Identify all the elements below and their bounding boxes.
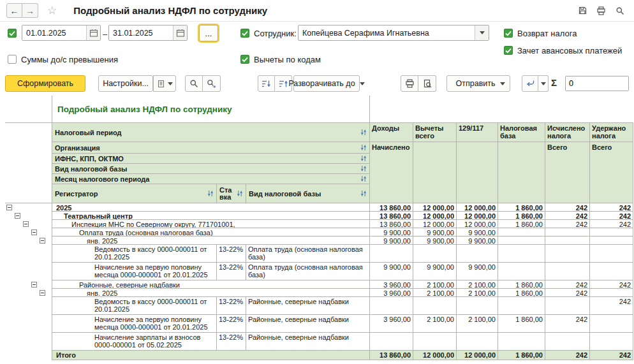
deduction-codes-checkbox[interactable]: [240, 55, 249, 64]
save-icon[interactable]: [575, 4, 591, 18]
row-label[interactable]: Районные, северные надбавки: [52, 280, 370, 289]
forward-button[interactable]: →: [22, 3, 38, 18]
expander-icon[interactable]: [40, 290, 45, 296]
cell-value[interactable]: 2 100,00: [413, 289, 457, 297]
period-checkbox[interactable]: [8, 29, 17, 38]
sort-icon[interactable]: [360, 155, 367, 162]
cell-value[interactable]: [590, 333, 633, 351]
cell-value[interactable]: [498, 228, 545, 237]
row-label[interactable]: Театральный центр: [52, 212, 370, 220]
sort-icon[interactable]: [360, 175, 367, 182]
cell-value[interactable]: [545, 297, 590, 315]
cell-value[interactable]: 9 900,00: [370, 263, 413, 280]
cell-value[interactable]: [498, 333, 545, 351]
cell-value[interactable]: 242: [545, 351, 590, 360]
favorite-star-icon[interactable]: ☆: [47, 5, 57, 16]
cell-value[interactable]: 2 100,00: [413, 315, 457, 333]
cell-value[interactable]: 3 960,00: [370, 315, 413, 333]
cell-value[interactable]: 9 900,00: [457, 263, 498, 280]
date-from-input[interactable]: [22, 25, 86, 40]
sort-icon[interactable]: [360, 190, 367, 197]
row-label[interactable]: Ведомость в кассу 0000-000011 от 20.01.2…: [52, 245, 217, 263]
cell-value[interactable]: 242: [590, 297, 633, 315]
cell-value[interactable]: 1 860,00: [498, 289, 545, 297]
employee-dropdown-button[interactable]: [475, 25, 489, 40]
cell-value[interactable]: [545, 237, 590, 245]
row-label[interactable]: Начисление зарплаты и взносов 0000-00000…: [52, 333, 217, 351]
cell-value[interactable]: [545, 228, 590, 237]
cell-value[interactable]: [545, 245, 590, 263]
cell-value[interactable]: 242: [590, 280, 633, 289]
cell-value[interactable]: [413, 333, 457, 351]
cell-value[interactable]: 242: [545, 212, 590, 220]
cell-value[interactable]: [545, 263, 590, 280]
cell-value[interactable]: 2 100,00: [413, 280, 457, 289]
row-label[interactable]: Инспекция МНС по Северному округу, 77170…: [52, 220, 370, 228]
cell-value[interactable]: [370, 245, 413, 263]
cell-value[interactable]: 242: [545, 280, 590, 289]
row-label[interactable]: Оплата труда (основная налоговая база): [52, 228, 370, 237]
search-icon[interactable]: [612, 4, 628, 18]
expander-icon[interactable]: [23, 221, 29, 227]
row-label[interactable]: Ведомость в кассу 0000-000011 от 20.01.2…: [52, 297, 217, 315]
print-button[interactable]: [401, 75, 418, 92]
cell-value[interactable]: 13 860,00: [370, 220, 413, 228]
cell-value[interactable]: 3 960,00: [370, 280, 413, 289]
cell-value[interactable]: 13 860,00: [370, 203, 413, 212]
row-label[interactable]: Начисление за первую половину месяца 000…: [52, 315, 217, 333]
cell-value[interactable]: [590, 237, 633, 245]
cell-value[interactable]: [590, 289, 633, 297]
sums-threshold-checkbox[interactable]: [8, 55, 17, 64]
cell-value[interactable]: 242: [590, 212, 633, 220]
cell-value[interactable]: [370, 333, 413, 351]
cell-value[interactable]: 242: [590, 220, 633, 228]
print-preview-button[interactable]: [418, 75, 436, 92]
expander-icon[interactable]: [6, 205, 12, 210]
cell-value[interactable]: 9 900,00: [370, 237, 413, 245]
cell-value[interactable]: 9 900,00: [413, 228, 457, 237]
cell-value[interactable]: 1 860,00: [498, 220, 545, 228]
find-button[interactable]: [185, 75, 203, 92]
cell-value[interactable]: 242: [545, 220, 590, 228]
calendar-icon[interactable]: [86, 25, 100, 40]
cell-value[interactable]: 9 900,00: [457, 228, 498, 237]
row-label[interactable]: янв. 2025: [52, 289, 370, 297]
cell-value[interactable]: [590, 245, 633, 263]
cell-value[interactable]: [590, 315, 633, 333]
row-rate[interactable]: 13-22%: [217, 315, 246, 333]
cell-value[interactable]: 1 860,00: [498, 351, 545, 360]
sort-icon[interactable]: [237, 190, 243, 197]
cell-value[interactable]: 1 860,00: [498, 280, 545, 289]
cell-value[interactable]: [370, 297, 413, 315]
counter-input[interactable]: [566, 76, 628, 91]
cell-value[interactable]: 242: [545, 203, 590, 212]
expander-icon[interactable]: [31, 282, 37, 288]
cell-value[interactable]: 242: [590, 203, 633, 212]
cell-value[interactable]: [413, 245, 457, 263]
row-base-kind[interactable]: Оплата труда (основная налоговая база): [246, 263, 370, 280]
employee-checkbox[interactable]: [240, 29, 249, 38]
cell-value[interactable]: 9 900,00: [370, 228, 413, 237]
row-base-kind[interactable]: Районные, северные надбавки: [246, 315, 370, 333]
cell-value[interactable]: 9 900,00: [413, 237, 457, 245]
row-label[interactable]: 2025: [52, 203, 370, 212]
find-next-button[interactable]: [203, 75, 221, 92]
settings-button[interactable]: Настройки...: [98, 75, 153, 92]
row-label[interactable]: Начисление за первую половину месяца 000…: [52, 263, 217, 280]
generate-button[interactable]: Сформировать: [5, 75, 85, 92]
employee-input[interactable]: [299, 25, 475, 40]
cell-value[interactable]: 1 860,00: [498, 315, 545, 333]
cell-value[interactable]: [457, 333, 498, 351]
cell-value[interactable]: 12 000,00: [457, 203, 498, 212]
row-base-kind[interactable]: Оплата труда (основная налоговая база): [246, 245, 370, 263]
cell-value[interactable]: 2 100,00: [457, 315, 498, 333]
cell-value[interactable]: 12 000,00: [413, 351, 457, 360]
expander-icon[interactable]: [40, 238, 45, 244]
cell-value[interactable]: [498, 245, 545, 263]
cell-value[interactable]: 9 900,00: [457, 237, 498, 245]
undo-dropdown-button[interactable]: [538, 75, 549, 92]
cell-value[interactable]: [498, 237, 545, 245]
cell-value[interactable]: [457, 297, 498, 315]
cell-value[interactable]: 242: [590, 351, 633, 360]
print-icon[interactable]: [593, 4, 609, 18]
